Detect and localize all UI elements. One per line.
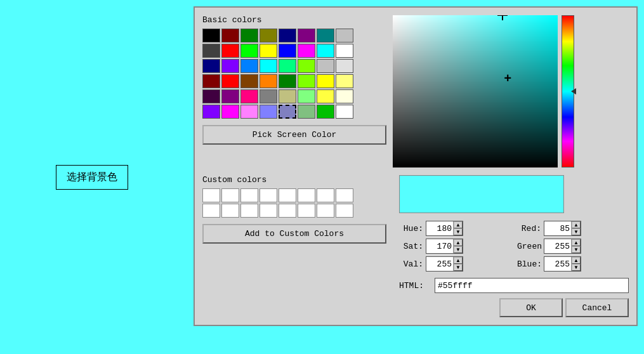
custom-cell[interactable] (298, 188, 315, 202)
custom-cell[interactable] (336, 188, 353, 202)
blue-up-button[interactable]: ▲ (572, 257, 581, 264)
basic-color-cell[interactable] (260, 74, 277, 88)
basic-color-cell[interactable] (202, 29, 220, 43)
cancel-button[interactable]: Cancel (565, 298, 629, 317)
ok-button[interactable]: OK (499, 298, 563, 317)
basic-color-cell[interactable] (221, 105, 239, 119)
basic-color-cell[interactable] (260, 89, 277, 103)
sat-down-button[interactable]: ▼ (454, 246, 463, 253)
basic-color-cell[interactable] (279, 59, 296, 73)
red-up-button[interactable]: ▲ (572, 221, 581, 228)
custom-cell[interactable] (202, 188, 220, 202)
basic-color-cell[interactable] (279, 74, 296, 88)
custom-cell[interactable] (298, 204, 315, 218)
basic-color-cell[interactable] (336, 59, 353, 73)
basic-color-cell[interactable] (279, 29, 296, 43)
custom-cell[interactable] (240, 188, 258, 202)
bottom-section: Custom colors Add to Custom Colors (202, 175, 629, 293)
basic-color-cell[interactable] (298, 59, 315, 73)
val-down-button[interactable]: ▼ (454, 264, 463, 271)
basic-color-cell[interactable] (317, 29, 334, 43)
basic-color-cell[interactable] (202, 59, 220, 73)
basic-color-cell[interactable] (221, 29, 239, 43)
basic-color-cell[interactable] (298, 105, 315, 119)
blue-down-button[interactable]: ▼ (572, 264, 581, 271)
basic-color-cell[interactable] (317, 59, 334, 73)
blue-input[interactable] (544, 257, 571, 271)
sat-up-button[interactable]: ▲ (454, 239, 463, 246)
val-input[interactable] (426, 257, 453, 271)
basic-color-cell[interactable] (317, 74, 334, 88)
custom-cell[interactable] (279, 188, 296, 202)
basic-color-cell[interactable] (336, 105, 353, 119)
basic-color-cell[interactable] (260, 44, 277, 58)
custom-cell[interactable] (260, 188, 277, 202)
custom-cell[interactable] (221, 188, 239, 202)
basic-color-cell[interactable] (202, 105, 220, 119)
basic-color-cell[interactable] (336, 89, 353, 103)
blue-spinbox[interactable]: ▲ ▼ (544, 256, 581, 272)
sat-input[interactable] (426, 239, 453, 253)
custom-cell[interactable] (260, 204, 277, 218)
basic-color-cell[interactable] (240, 105, 258, 119)
basic-color-cell[interactable] (317, 105, 334, 119)
basic-color-cell[interactable] (240, 89, 258, 103)
custom-cell[interactable] (317, 204, 334, 218)
basic-color-cell[interactable] (260, 105, 277, 119)
custom-cell[interactable] (279, 204, 296, 218)
basic-color-cell[interactable] (336, 74, 353, 88)
sat-spinbox[interactable]: ▲ ▼ (426, 239, 463, 254)
green-input[interactable] (544, 239, 571, 253)
hue-up-button[interactable]: ▲ (454, 221, 463, 228)
val-up-button[interactable]: ▲ (454, 257, 463, 264)
custom-cell[interactable] (317, 188, 334, 202)
basic-color-cell[interactable] (202, 44, 220, 58)
basic-color-cell[interactable] (317, 44, 334, 58)
red-input[interactable] (544, 221, 571, 235)
blue-spin-buttons: ▲ ▼ (571, 257, 581, 271)
add-to-custom-colors-button[interactable]: Add to Custom Colors (202, 224, 386, 244)
basic-color-cell[interactable] (336, 29, 353, 43)
basic-color-cell[interactable] (317, 89, 334, 103)
red-spinbox[interactable]: ▲ ▼ (544, 221, 581, 236)
basic-color-cell[interactable] (240, 74, 258, 88)
basic-color-cell[interactable] (202, 89, 220, 103)
basic-color-cell[interactable] (279, 105, 296, 119)
val-spinbox[interactable]: ▲ ▼ (426, 256, 463, 272)
basic-color-cell[interactable] (298, 89, 315, 103)
basic-color-cell[interactable] (221, 89, 239, 103)
basic-color-cell[interactable] (279, 89, 296, 103)
basic-color-cell[interactable] (260, 59, 277, 73)
custom-cell[interactable] (221, 204, 239, 218)
html-row: HTML: (399, 278, 629, 293)
hue-input[interactable] (426, 221, 453, 235)
basic-color-cell[interactable] (221, 59, 239, 73)
basic-color-cell[interactable] (279, 44, 296, 58)
pick-screen-color-button[interactable]: Pick Screen Color (202, 125, 386, 145)
green-spinbox[interactable]: ▲ ▼ (544, 239, 581, 254)
hue-slider[interactable] (562, 15, 574, 167)
hue-spinbox[interactable]: ▲ ▼ (426, 221, 463, 236)
hue-down-button[interactable]: ▼ (454, 228, 463, 235)
basic-color-cell[interactable] (240, 44, 258, 58)
color-spectrum[interactable] (393, 15, 558, 167)
basic-color-cell[interactable] (202, 74, 220, 88)
red-down-button[interactable]: ▼ (572, 228, 581, 235)
green-down-button[interactable]: ▼ (572, 246, 581, 253)
basic-color-cell[interactable] (240, 29, 258, 43)
basic-color-cell[interactable] (298, 29, 315, 43)
basic-color-cell[interactable] (240, 59, 258, 73)
custom-cell[interactable] (336, 204, 353, 218)
custom-cell[interactable] (202, 204, 220, 218)
green-spin-buttons: ▲ ▼ (571, 239, 581, 253)
basic-color-cell[interactable] (221, 44, 239, 58)
green-up-button[interactable]: ▲ (572, 239, 581, 246)
basic-color-cell[interactable] (336, 44, 353, 58)
basic-color-cell[interactable] (260, 29, 277, 43)
html-input[interactable] (435, 278, 629, 293)
red-row: Red: ▲ ▼ (517, 221, 629, 236)
basic-color-cell[interactable] (298, 44, 315, 58)
custom-cell[interactable] (240, 204, 258, 218)
basic-color-cell[interactable] (298, 74, 315, 88)
basic-color-cell[interactable] (221, 74, 239, 88)
